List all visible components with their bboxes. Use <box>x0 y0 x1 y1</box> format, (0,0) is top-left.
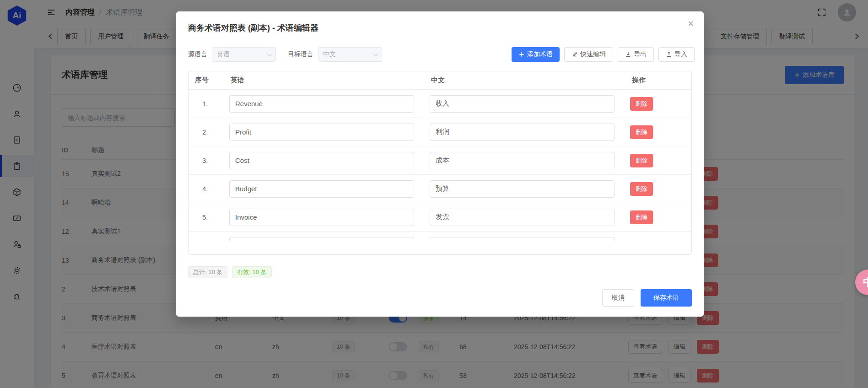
term-table-header: 序号 英语 中文 操作 <box>189 71 691 90</box>
delete-term-button[interactable]: 删除 <box>630 125 653 139</box>
term-table: 序号 英语 中文 操作 1. 删除 2. 删除 <box>188 71 692 255</box>
term-row: 3. 删除 <box>189 146 691 175</box>
term-zh-input[interactable] <box>430 124 615 141</box>
term-zh-input[interactable] <box>430 152 615 169</box>
total-count-badge: 总计: 10 条 <box>188 266 227 278</box>
source-language-select[interactable]: 英语 <box>212 47 276 62</box>
term-en-input[interactable] <box>229 152 414 169</box>
term-en-input[interactable] <box>229 124 414 141</box>
quick-edit-button[interactable]: 快速编辑 <box>564 47 613 62</box>
export-button[interactable]: 导出 <box>618 47 654 62</box>
term-row: 4. 删除 <box>189 175 691 203</box>
download-icon <box>625 51 631 58</box>
term-row: 5. 删除 <box>189 203 691 232</box>
term-en-input[interactable] <box>229 209 414 226</box>
delete-term-button[interactable]: 删除 <box>630 182 653 196</box>
term-en-input[interactable] <box>229 180 414 198</box>
source-language-label: 源语言 <box>188 50 207 59</box>
term-en-input[interactable] <box>229 95 414 113</box>
target-language-select[interactable]: 中文 <box>318 47 382 62</box>
delete-term-button[interactable]: 删除 <box>630 210 653 224</box>
term-row-partial <box>189 232 691 241</box>
term-editor-modal: 商务术语对照表 (副本) - 术语编辑器 × 源语言 英语 目标语言 中文 添加… <box>176 11 704 317</box>
upload-icon <box>666 51 672 58</box>
save-terms-button[interactable]: 保存术语 <box>641 289 692 307</box>
screen: Ai <box>0 0 868 388</box>
pencil-icon <box>571 51 578 58</box>
modal-footer: 取消 保存术语 <box>602 289 692 307</box>
modal-toolbar: 源语言 英语 目标语言 中文 添加术语 快速编辑 导出 <box>188 47 695 62</box>
term-row: 1. 删除 <box>189 90 691 118</box>
target-language-label: 目标语言 <box>288 50 313 59</box>
modal-title: 商务术语对照表 (副本) - 术语编辑器 <box>188 22 318 33</box>
term-row: 2. 删除 <box>189 118 691 146</box>
term-zh-input[interactable] <box>430 237 615 241</box>
term-zh-input[interactable] <box>430 180 615 198</box>
plus-icon <box>518 51 525 58</box>
delete-term-button[interactable]: 删除 <box>630 154 653 167</box>
delete-term-button[interactable]: 删除 <box>630 97 653 111</box>
chevron-down-icon <box>373 51 378 56</box>
valid-count-badge: 有效: 10 条 <box>232 266 271 278</box>
term-zh-input[interactable] <box>430 209 615 226</box>
term-en-input[interactable] <box>229 237 414 241</box>
cancel-button[interactable]: 取消 <box>602 289 634 307</box>
chevron-down-icon <box>267 51 272 56</box>
import-button[interactable]: 导入 <box>658 47 695 62</box>
term-stats: 总计: 10 条 有效: 10 条 <box>188 266 272 278</box>
add-term-button[interactable]: 添加术语 <box>512 47 560 62</box>
term-zh-input[interactable] <box>430 95 615 113</box>
close-icon[interactable]: × <box>685 16 696 32</box>
